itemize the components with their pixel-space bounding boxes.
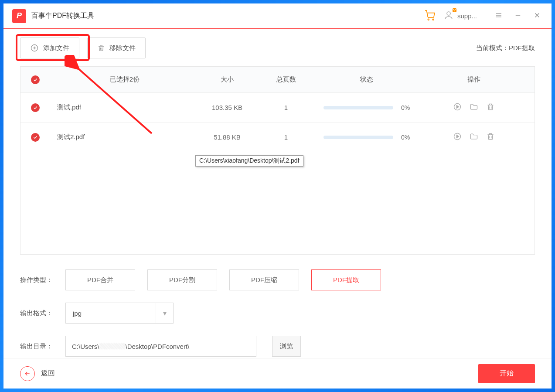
op-type-merge[interactable]: PDF合并 (65, 269, 135, 290)
plus-circle-icon (30, 44, 39, 52)
user-name: supp... (457, 12, 477, 20)
app-title: 百事牛PDF转换工具 (31, 11, 94, 20)
menu-icon[interactable] (493, 10, 504, 23)
table-row: 测试.pdf 103.35 KB 1 0% (20, 93, 535, 123)
add-file-label: 添加文件 (43, 44, 69, 52)
outdir-suffix: \Desktop\PDFconvert\ (126, 343, 190, 350)
file-name: 测试.pdf (57, 103, 192, 112)
toolbar: 添加文件 移除文件 当前模式：PDF提取 (20, 37, 535, 58)
vip-badge-icon: V (453, 8, 456, 12)
content: 添加文件 移除文件 当前模式：PDF提取 已选择2份 大小 总页数 状态 (3, 29, 552, 389)
col-status: 状态 (310, 75, 423, 84)
row-checkbox[interactable] (31, 103, 40, 112)
user-area[interactable]: V supp... (443, 10, 477, 22)
op-type-compress[interactable]: PDF压缩 (229, 269, 299, 290)
status-wrap: 0% (310, 104, 423, 111)
close-icon[interactable] (531, 10, 543, 23)
file-path-tooltip: C:\Users\xiaofang\Desktop\测试2.pdf (195, 155, 303, 167)
outdir-prefix: C:\Users\ (72, 343, 99, 350)
delete-icon[interactable] (486, 102, 495, 112)
play-icon[interactable] (453, 132, 462, 142)
col-pages: 总页数 (262, 75, 310, 84)
progress-bar (323, 106, 393, 109)
back-button[interactable]: 返回 (20, 366, 55, 381)
select-all-checkbox[interactable] (31, 75, 40, 84)
remove-file-button[interactable]: 移除文件 (87, 37, 146, 58)
app-window: P 百事牛PDF转换工具 V supp... (3, 3, 552, 389)
op-type-label: 操作类型： (20, 276, 53, 284)
format-label: 输出格式： (20, 309, 53, 317)
svg-point-2 (447, 12, 450, 15)
table-header: 已选择2份 大小 总页数 状态 操作 (20, 67, 535, 93)
svg-point-1 (432, 19, 434, 20)
redacted-username (99, 343, 126, 349)
progress-pct: 0% (401, 134, 410, 141)
mode-value: PDF提取 (509, 44, 535, 51)
progress-bar (323, 136, 393, 139)
outdir-label: 输出目录： (20, 342, 53, 351)
user-icon: V (443, 10, 454, 22)
current-mode-label: 当前模式：PDF提取 (476, 44, 535, 52)
chevron-down-icon: ▾ (156, 303, 173, 323)
footer: 返回 开始 (3, 358, 552, 389)
delete-icon[interactable] (486, 132, 495, 142)
folder-icon[interactable] (470, 132, 478, 142)
op-type-split[interactable]: PDF分割 (147, 269, 217, 290)
settings: 操作类型： PDF合并 PDF分割 PDF压缩 PDF提取 输出格式： jpg … (20, 269, 535, 357)
svg-point-0 (428, 19, 429, 20)
cart-icon[interactable] (424, 10, 436, 23)
file-pages: 1 (262, 133, 310, 141)
col-ops: 操作 (423, 75, 524, 84)
mode-prefix: 当前模式： (476, 44, 509, 51)
file-name: 测试2.pdf (57, 133, 192, 141)
svg-marker-13 (456, 106, 459, 109)
minimize-icon[interactable] (512, 10, 524, 23)
format-select[interactable]: jpg ▾ (65, 303, 174, 324)
table-row: 测试2.pdf 51.88 KB 1 0% (20, 123, 535, 152)
remove-file-label: 移除文件 (109, 44, 136, 52)
trash-icon (97, 44, 105, 52)
titlebar: P 百事牛PDF转换工具 V supp... (3, 3, 552, 29)
start-button[interactable]: 开始 (478, 364, 535, 383)
file-size: 51.88 KB (192, 133, 262, 141)
divider (485, 11, 485, 21)
format-row: 输出格式： jpg ▾ (20, 303, 535, 324)
add-file-button[interactable]: 添加文件 (20, 37, 79, 58)
format-value: jpg (73, 310, 82, 317)
back-label: 返回 (41, 369, 55, 378)
file-size: 103.35 KB (192, 104, 262, 111)
status-wrap: 0% (310, 134, 423, 141)
svg-marker-15 (456, 135, 459, 138)
outdir-input[interactable]: C:\Users\ \Desktop\PDFconvert\ (65, 336, 256, 357)
op-type-extract[interactable]: PDF提取 (311, 269, 381, 290)
row-checkbox[interactable] (31, 133, 40, 142)
folder-icon[interactable] (470, 102, 478, 112)
col-size: 大小 (192, 75, 262, 84)
arrow-left-icon (20, 366, 35, 381)
col-selected: 已选择2份 (57, 75, 192, 84)
app-logo: P (12, 9, 26, 23)
play-icon[interactable] (453, 102, 462, 112)
browse-button[interactable]: 浏览 (272, 336, 301, 357)
progress-pct: 0% (401, 104, 410, 111)
op-type-row: 操作类型： PDF合并 PDF分割 PDF压缩 PDF提取 (20, 269, 535, 290)
outdir-row: 输出目录： C:\Users\ \Desktop\PDFconvert\ 浏览 (20, 336, 535, 357)
titlebar-right: V supp... (424, 10, 543, 23)
file-pages: 1 (262, 104, 310, 111)
